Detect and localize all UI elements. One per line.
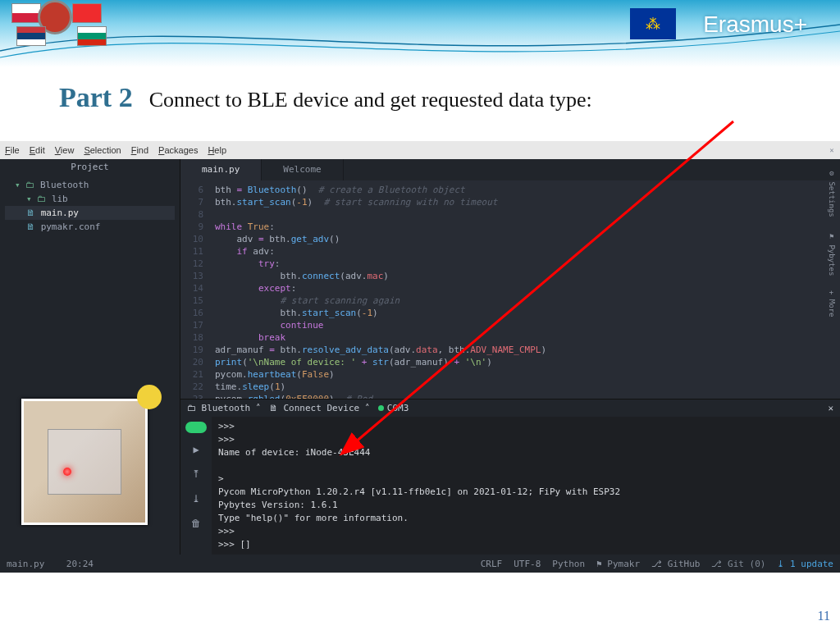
tab-welcome[interactable]: Welcome xyxy=(262,159,343,180)
status-item[interactable]: CRLF xyxy=(481,559,503,569)
slide-subtitle: Connect to BLE device and get requested … xyxy=(149,88,592,112)
terminal-run-button[interactable]: ▶ xyxy=(187,441,205,458)
terminal-buttons: ▶ ⤒ ⤓ 🗑 xyxy=(180,417,212,555)
eu-flag: ⁂ xyxy=(630,8,676,39)
status-item[interactable]: ⚑ Pymakr xyxy=(596,559,640,569)
status-item[interactable]: ⎇ GitHub xyxy=(651,559,700,569)
status-item[interactable]: UTF-8 xyxy=(514,559,541,569)
terminal-power-toggle[interactable] xyxy=(185,422,207,433)
page-number: 11 xyxy=(818,609,830,623)
menu-edit[interactable]: Edit xyxy=(30,145,45,155)
flag-bulgaria xyxy=(77,26,107,46)
terminal-trash-button[interactable]: 🗑 xyxy=(187,515,205,532)
terminal-breadcrumb[interactable]: 🗀 Bluetooth ˄🗎 Connect Device ˄COM3✕ xyxy=(180,399,840,417)
flag-serbia xyxy=(16,26,46,46)
status-bar[interactable]: main.py 20:24 CRLFUTF-8Python⚑ Pymakr⎇ G… xyxy=(0,555,840,573)
terminal-upload-button[interactable]: ⤒ xyxy=(187,466,205,482)
tab-main-py[interactable]: main.py xyxy=(180,159,262,180)
project-tree[interactable]: Bluetoothlibmain.pypymakr.conf xyxy=(0,175,180,237)
slide-title-row: Part 2 Connect to BLE device and get req… xyxy=(59,82,592,113)
atom-editor: FileEditViewSelectionFindPackagesHelp Pr… xyxy=(0,141,840,573)
rail-item[interactable]: ⚙ Settings xyxy=(828,169,836,217)
terminal-download-button[interactable]: ⤓ xyxy=(187,491,205,507)
status-cursor-pos[interactable]: 20:24 xyxy=(66,559,94,569)
flag-norway xyxy=(72,3,102,23)
menu-packages[interactable]: Packages xyxy=(158,145,198,155)
rail-item[interactable]: ⚑ Pybytes xyxy=(828,232,836,276)
tree-item-pymakr-conf[interactable]: pymakr.conf xyxy=(5,220,175,234)
tree-item-lib[interactable]: lib xyxy=(5,192,175,206)
status-item[interactable]: Python xyxy=(552,559,585,569)
part-label: Part 2 xyxy=(59,82,133,113)
flag-poland xyxy=(11,3,41,23)
project-sidebar[interactable]: Project Bluetoothlibmain.pypymakr.conf xyxy=(0,159,180,555)
line-gutter: 67891011121314151617181920212223 xyxy=(180,180,210,399)
rail-item[interactable]: + More xyxy=(828,290,836,317)
terminal-panel[interactable]: 🗀 Bluetooth ˄🗎 Connect Device ˄COM3✕ ▶ ⤒… xyxy=(180,399,840,555)
terminal-right-rail[interactable]: ✕⚙ Settings⚑ Pybytes+ More xyxy=(825,159,838,555)
status-item[interactable]: ⎇ Git (0) xyxy=(711,559,765,569)
code-editor[interactable]: 67891011121314151617181920212223 bth = B… xyxy=(180,180,840,399)
menu-find[interactable]: Find xyxy=(131,145,148,155)
menu-file[interactable]: File xyxy=(5,145,20,155)
slide-header: ⁂ Erasmus+ xyxy=(0,0,840,67)
status-file[interactable]: main.py xyxy=(7,559,44,569)
menu-view[interactable]: View xyxy=(55,145,75,155)
menu-selection[interactable]: Selection xyxy=(84,145,121,155)
code-lines[interactable]: bth = Bluetooth() # create a Bluetooth o… xyxy=(210,180,840,399)
editor-menubar[interactable]: FileEditViewSelectionFindPackagesHelp xyxy=(0,141,840,159)
sidebar-heading: Project xyxy=(0,159,180,175)
menu-help[interactable]: Help xyxy=(208,145,226,155)
tree-root[interactable]: Bluetooth xyxy=(5,178,175,192)
device-photo xyxy=(21,399,148,525)
erasmus-label: Erasmus+ xyxy=(703,11,807,38)
terminal-output[interactable]: >>> >>> Name of device: iNode-43E444 > P… xyxy=(212,417,840,555)
editor-tabs[interactable]: main.py Welcome xyxy=(180,159,840,180)
tree-item-main-py[interactable]: main.py xyxy=(5,206,175,220)
